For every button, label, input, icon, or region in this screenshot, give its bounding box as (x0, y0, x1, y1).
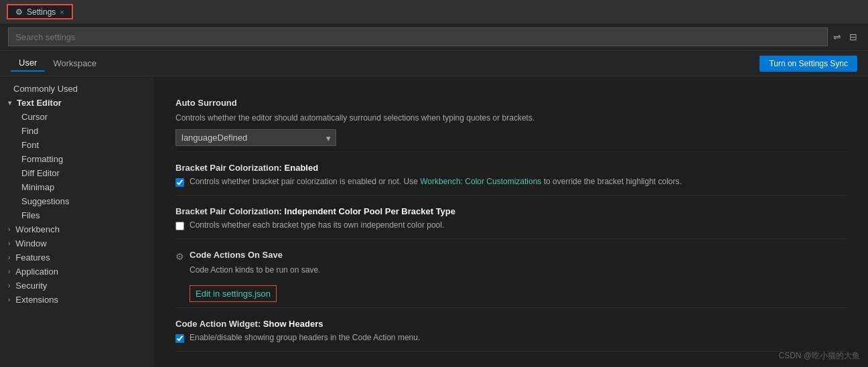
watermark: CSDN @吃小猫的大鱼 (778, 350, 860, 362)
code-actions-desc: Code Action kinds to be run on save. (190, 264, 847, 276)
bracket-independent-title: Bracket Pair Colorization: Independent C… (175, 206, 847, 216)
bracket-independent-checkbox-row: Controls whether each bracket type has i… (175, 220, 847, 230)
sidebar-item-files[interactable]: Files (0, 208, 154, 222)
filter-icon[interactable]: ⊟ (847, 30, 860, 44)
bracket-independent-desc: Controls whether each bracket type has i… (190, 220, 444, 230)
workbench-color-link[interactable]: Workbench: Color Customizations (420, 177, 541, 186)
chevron-right-icon-5: › (8, 282, 10, 289)
sidebar-item-formatting[interactable]: Formatting (0, 152, 154, 166)
sidebar-item-minimap[interactable]: Minimap (0, 180, 154, 194)
sidebar-item-workbench[interactable]: › Workbench (0, 222, 154, 236)
sidebar-item-application[interactable]: › Application (0, 265, 154, 279)
code-actions-gear-wrap: ⚙ Code Actions On Save Code Action kinds… (175, 250, 847, 302)
code-actions-gear-icon: ⚙ (175, 251, 184, 262)
code-actions-content: Code Actions On Save Code Action kinds t… (190, 250, 847, 302)
setting-bracket-independent: Bracket Pair Colorization: Independent C… (175, 196, 847, 239)
tabs-group: User Workspace (11, 55, 104, 72)
tab-workspace[interactable]: Workspace (45, 55, 104, 72)
setting-bracket-colorization: Bracket Pair Colorization: Enabled Contr… (175, 152, 847, 196)
content-wrapper: Auto Surround Controls whether the edito… (154, 76, 868, 367)
setting-auto-surround: Auto Surround Controls whether the edito… (175, 87, 847, 152)
tab-label: Settings (27, 7, 56, 17)
auto-surround-desc: Controls whether the editor should autom… (175, 112, 847, 124)
auto-surround-title: Auto Surround (175, 98, 847, 108)
chevron-right-icon: › (8, 226, 10, 233)
chevron-right-icon-4: › (8, 268, 10, 275)
sidebar-item-window[interactable]: › Window (0, 236, 154, 250)
title-bar: ⚙ Settings × (0, 0, 868, 23)
code-action-widget-checkbox-row: Enable/disable showing group headers in … (175, 333, 847, 343)
bracket-colorization-desc: Controls whether bracket pair colorizati… (190, 177, 682, 186)
sidebar-item-security[interactable]: › Security (0, 279, 154, 293)
tabs-header: User Workspace Turn on Settings Sync (0, 51, 868, 76)
chevron-right-icon-3: › (8, 254, 10, 261)
close-icon[interactable]: × (60, 8, 64, 16)
chevron-right-icon-6: › (8, 296, 10, 303)
bracket-colorization-title: Bracket Pair Colorization: Enabled (175, 163, 847, 173)
bracket-independent-checkbox[interactable] (175, 222, 184, 230)
sidebar-item-cursor[interactable]: Cursor (0, 110, 154, 124)
chevron-right-icon-2: › (8, 240, 10, 247)
sync-button[interactable]: Turn on Settings Sync (760, 56, 857, 72)
auto-surround-dropdown-wrap: languageDefined quotes brackets never (175, 129, 336, 146)
sidebar-nav: Commonly Used ▾ Text Editor Cursor Find … (0, 76, 154, 367)
setting-code-actions-on-save: ⚙ Code Actions On Save Code Action kinds… (175, 239, 847, 308)
sidebar-item-extensions[interactable]: › Extensions (0, 293, 154, 307)
gear-icon: ⚙ (15, 7, 23, 17)
content-scroll: Auto Surround Controls whether the edito… (154, 76, 868, 367)
sidebar-item-find[interactable]: Find (0, 124, 154, 138)
layout-body: Commonly Used ▾ Text Editor Cursor Find … (0, 76, 868, 367)
chevron-down-icon: ▾ (8, 99, 11, 106)
search-bar-container: ⇌ ⊟ (0, 23, 868, 51)
search-icons: ⇌ ⊟ (830, 30, 860, 44)
sidebar-item-text-editor[interactable]: ▾ Text Editor (0, 96, 154, 110)
sidebar-item-features[interactable]: › Features (0, 250, 154, 265)
code-actions-title: Code Actions On Save (190, 250, 847, 260)
sidebar-item-font[interactable]: Font (0, 138, 154, 152)
setting-code-action-widget: Code Action Widget: Show Headers Enable/… (175, 308, 847, 352)
sidebar-item-suggestions[interactable]: Suggestions (0, 194, 154, 208)
settings-tab[interactable]: ⚙ Settings × (7, 4, 73, 19)
search-input[interactable] (8, 27, 828, 46)
bracket-colorization-checkbox-row: Controls whether bracket pair colorizati… (175, 177, 847, 187)
code-action-widget-checkbox[interactable] (175, 334, 184, 343)
split-view-icon[interactable]: ⇌ (830, 30, 844, 44)
auto-surround-dropdown[interactable]: languageDefined quotes brackets never (175, 129, 336, 146)
sidebar-item-commonly-used[interactable]: Commonly Used (0, 82, 154, 96)
tab-user[interactable]: User (11, 55, 45, 72)
sidebar-item-diff-editor[interactable]: Diff Editor (0, 166, 154, 180)
code-action-widget-title: Code Action Widget: Show Headers (175, 319, 847, 329)
bracket-colorization-checkbox[interactable] (175, 178, 184, 187)
edit-settings-json-link[interactable]: Edit in settings.json (190, 285, 277, 302)
code-action-widget-desc: Enable/disable showing group headers in … (190, 333, 420, 342)
